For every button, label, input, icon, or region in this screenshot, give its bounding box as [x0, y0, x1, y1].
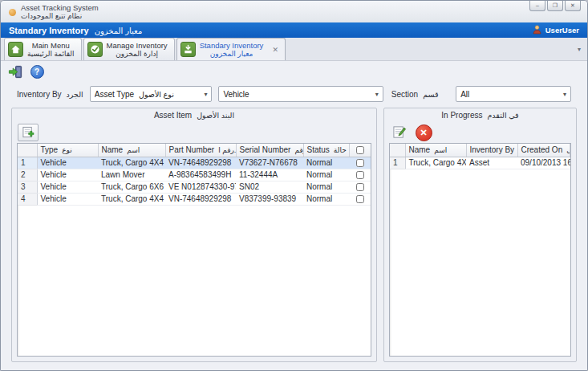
grid-cell[interactable]: Asset	[466, 157, 517, 169]
grid-cell[interactable]: Vehicle	[37, 169, 98, 181]
app-header-bar: Standary Inventory معيار المخزون UserUse…	[1, 22, 587, 38]
in-progress-toolbar: ✕	[384, 122, 576, 143]
close-button[interactable]: ✕	[565, 1, 581, 11]
row-number[interactable]: 4	[18, 193, 37, 205]
grid-cell[interactable]: Vehicle	[37, 181, 98, 193]
tab-close-icon[interactable]: ✕	[272, 46, 278, 54]
grid-cell[interactable]: VE N012874330-9722	[165, 181, 236, 193]
app-window: Asset Tracking System نظام تتبع الموجودا…	[0, 0, 588, 371]
grid-header-row: TypeنوعNameاسمPart Numberرقم ا...Serial …	[18, 144, 371, 157]
grid-cell[interactable]: Normal	[303, 169, 349, 181]
home-icon	[8, 42, 23, 57]
grid-cell[interactable]: Normal	[303, 157, 349, 169]
titlebar[interactable]: Asset Tracking System نظام تتبع الموجودا…	[1, 1, 587, 22]
user-icon	[533, 23, 541, 38]
grid-cell[interactable]: Lawn Mover	[98, 169, 165, 181]
chevron-down-icon: ▾	[563, 91, 566, 98]
grid-cell[interactable]: 11-32444A	[236, 169, 303, 181]
grid-cell[interactable]: VN-74648929298	[165, 193, 236, 205]
row-checkbox-cell	[349, 157, 371, 169]
column-header-name[interactable]: Nameاسم	[98, 144, 165, 157]
grid-row[interactable]: 1Truck, Cargo 4X4 ...Asset09/10/2013 16:…	[390, 157, 570, 169]
select-all-cell	[349, 144, 371, 157]
grid-cell[interactable]: V837399-93839	[236, 193, 303, 205]
grid-cell[interactable]: 09/10/2013 16:55	[517, 157, 570, 169]
in-progress-grid-container: NameاسمInventory ByالجردCreated Onتم ال.…	[389, 143, 571, 357]
page-title-arabic: معيار المخزون	[95, 26, 143, 35]
tab-main-menu[interactable]: Main Menu القائمة الرئيسية	[4, 38, 82, 60]
in-progress-panel: In Progress في التقدم ✕ NameاسمInventory…	[383, 108, 577, 362]
row-checkbox[interactable]	[356, 171, 364, 179]
column-header-part-number[interactable]: Part Numberرقم ا...	[165, 144, 236, 157]
grid-cell[interactable]: Normal	[303, 181, 349, 193]
grid-cell[interactable]: Vehicle	[37, 157, 98, 169]
edit-icon[interactable]	[390, 124, 409, 141]
row-number[interactable]: 2	[18, 169, 37, 181]
grid-cell[interactable]: Normal	[303, 193, 349, 205]
asset-item-panel: Asset Item البند الأصول TypeنوعNameاسمPa…	[11, 108, 377, 362]
delete-icon[interactable]: ✕	[414, 124, 433, 141]
row-number[interactable]: 1	[390, 157, 405, 169]
username-label[interactable]: UserUser	[545, 26, 579, 35]
grid-header-row: NameاسمInventory ByالجردCreated Onتم ال.…	[390, 144, 570, 157]
chevron-down-icon: ▾	[375, 91, 379, 98]
column-header-name[interactable]: Nameاسم	[405, 144, 466, 157]
window-controls: – ❐ ✕	[529, 1, 581, 11]
column-header-inventory-by[interactable]: Inventory Byالجرد	[466, 144, 517, 157]
tab-label: Main Menu	[32, 42, 70, 50]
row-checkbox-cell	[349, 169, 371, 181]
section-label: Section قسم	[391, 90, 449, 99]
section-select[interactable]: All ▾	[456, 86, 571, 102]
minimize-button[interactable]: –	[529, 1, 545, 11]
grid-row[interactable]: 1VehicleTruck, Cargo 4X4 1/...VN-7464892…	[18, 157, 371, 169]
grid-cell[interactable]: Vehicle	[37, 193, 98, 205]
grid-cell[interactable]: SN02	[236, 181, 303, 193]
help-icon[interactable]: ?	[29, 63, 45, 80]
tab-label-arabic: إدارة المخزون	[116, 50, 158, 58]
select-all-checkbox[interactable]	[356, 146, 364, 154]
tab-label: Standary Inventory	[200, 42, 264, 50]
window-title: Asset Tracking System	[21, 4, 99, 12]
column-header-type[interactable]: Typeنوع	[37, 144, 98, 157]
tab-label: Manage Inventory	[107, 42, 168, 50]
tab-label-arabic: معيار المخزون	[210, 50, 253, 58]
grid-cell[interactable]: VN-74648929298	[165, 157, 236, 169]
tab-label-arabic: القائمة الرئيسية	[27, 50, 75, 58]
maximize-button[interactable]: ❐	[547, 1, 563, 11]
tab-standary-inventory[interactable]: Standary Inventory معيار المخزون ✕	[176, 38, 286, 60]
inventory-icon	[180, 42, 196, 57]
row-indicator-header	[390, 144, 405, 157]
row-number[interactable]: 3	[18, 181, 37, 193]
grid-cell[interactable]: Truck, Cargo 6X6 5 ...	[98, 181, 165, 193]
inventory-by-label: Inventory By الجرد	[17, 90, 83, 99]
row-checkbox[interactable]	[356, 183, 364, 191]
grid-cell[interactable]: A-98364583499H	[165, 169, 236, 181]
grid-cell[interactable]: Truck, Cargo 4X4 1/...	[98, 193, 165, 205]
row-checkbox[interactable]	[356, 195, 364, 203]
column-header-status[interactable]: Statusحالة	[303, 144, 349, 157]
in-progress-panel-title: In Progress في التقدم	[384, 108, 576, 122]
tab-overflow-icon[interactable]: ▾	[578, 46, 581, 53]
grid-row[interactable]: 4VehicleTruck, Cargo 4X4 1/...VN-7464892…	[18, 193, 371, 205]
inventory-by-select[interactable]: Asset Type نوع الأصول ▾	[90, 86, 213, 102]
grid-cell[interactable]: V73627-N76678	[236, 157, 303, 169]
row-indicator-header	[18, 144, 37, 157]
row-checkbox-cell	[349, 193, 371, 205]
filter-row: Inventory By الجرد Asset Type نوع الأصول…	[1, 82, 587, 106]
asset-item-toolbar	[12, 122, 376, 143]
page-title: Standary Inventory	[9, 26, 89, 35]
asset-type-select[interactable]: Vehicle ▾	[218, 86, 383, 102]
column-header-created-on[interactable]: Created Onتم ال...	[517, 144, 570, 157]
tab-manage-inventory[interactable]: Manage Inventory إدارة المخزون	[83, 38, 175, 60]
row-number[interactable]: 1	[18, 157, 37, 169]
grid-cell[interactable]: Truck, Cargo 4X4 ...	[405, 157, 466, 169]
row-checkbox[interactable]	[356, 159, 364, 167]
grid-row[interactable]: 2VehicleLawn MoverA-98364583499H11-32444…	[18, 169, 371, 181]
exit-icon[interactable]	[7, 63, 23, 80]
grid-row[interactable]: 3VehicleTruck, Cargo 6X6 5 ...VE N012874…	[18, 181, 371, 193]
add-asset-button[interactable]	[18, 124, 39, 141]
grid-cell[interactable]: Truck, Cargo 4X4 1/...	[98, 157, 165, 169]
check-icon	[87, 42, 103, 57]
asset-item-grid: TypeنوعNameاسمPart Numberرقم ا...Serial …	[18, 144, 371, 206]
column-header-serial-number[interactable]: Serial Numberرقم...	[236, 144, 303, 157]
